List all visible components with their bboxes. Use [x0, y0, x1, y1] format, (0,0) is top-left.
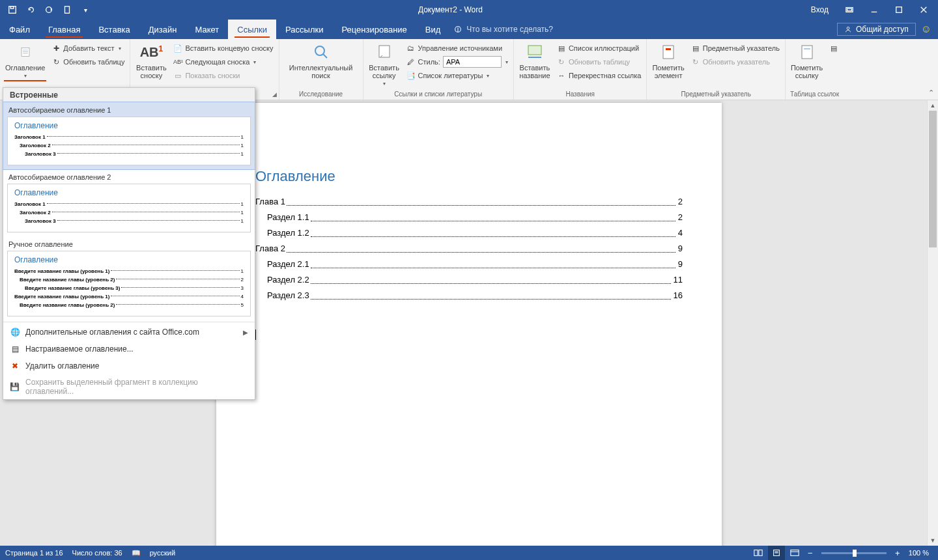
collapse-ribbon-icon[interactable]: ⌃ — [928, 89, 934, 97]
gallery-item-auto2[interactable]: Автособираемое оглавление 2 Оглавление З… — [3, 169, 255, 236]
group-label: Таблица ссылок — [788, 89, 841, 100]
footnote-icon: AB1 — [141, 42, 162, 63]
scroll-thumb[interactable] — [929, 111, 937, 247]
word-count[interactable]: Число слов: 36 — [72, 549, 122, 557]
style-input[interactable] — [443, 56, 502, 68]
zoom-in-button[interactable]: + — [892, 546, 903, 560]
ribbon-tabs: Файл ГлавнаяВставкаДизайнМакетСсылкиРасс… — [0, 20, 938, 39]
preview-row: Заголовок 31 — [14, 150, 244, 158]
web-layout-icon[interactable] — [786, 546, 803, 560]
share-button[interactable]: Общий доступ — [837, 23, 916, 36]
print-layout-icon[interactable] — [768, 546, 785, 560]
scroll-down-icon[interactable]: ▼ — [928, 535, 938, 546]
zoom-out-button[interactable]: − — [804, 546, 816, 560]
svg-point-13 — [847, 27, 849, 29]
smart-lookup-button[interactable]: Интеллектуальный поиск — [282, 40, 360, 81]
gallery-preview: Оглавление Заголовок 11Заголовок 21Загол… — [7, 117, 251, 165]
show-notes-button[interactable]: ▭Показать сноски — [171, 69, 276, 82]
insert-citation-button[interactable]: Вставить ссылку ▾ — [366, 40, 403, 88]
proofing-icon[interactable]: 📖 — [132, 549, 141, 557]
insert-endnote-button[interactable]: 📄Вставить концевую сноску — [171, 42, 276, 55]
cross-reference-button[interactable]: ↔Перекрестная ссылка — [554, 69, 644, 82]
insert-footnote-button[interactable]: AB1 Вставить сноску — [133, 40, 169, 81]
ribbon-display-icon[interactable] — [838, 0, 861, 20]
custom-toc-button[interactable]: ▤ Настраиваемое оглавление... — [3, 341, 255, 357]
sign-in-button[interactable]: Вход — [803, 0, 836, 20]
language-status[interactable]: русский — [150, 549, 175, 557]
add-text-icon: ✚ — [51, 44, 61, 53]
sources-icon: 🗂 — [406, 44, 416, 53]
office-icon: 🌐 — [10, 327, 20, 337]
maximize-icon[interactable] — [887, 0, 911, 20]
insert-caption-button[interactable]: Вставить название — [517, 40, 553, 81]
gallery-item-auto1[interactable]: Автособираемое оглавление 1 Оглавление З… — [3, 102, 255, 170]
crossref-icon: ↔ — [557, 71, 566, 80]
refresh-icon: ↻ — [51, 57, 61, 66]
tab-рассылки[interactable]: Рассылки — [276, 20, 332, 39]
preview-row: Заголовок 31 — [14, 217, 244, 225]
tab-макет[interactable]: Макет — [186, 20, 228, 39]
zoom-slider[interactable] — [821, 552, 887, 554]
insert-tof-button[interactable]: ▤Список иллюстраций — [554, 42, 644, 55]
remove-toc-button[interactable]: ✖ Удалить оглавление — [3, 357, 255, 374]
tab-дизайн[interactable]: Дизайн — [139, 20, 186, 39]
new-doc-icon[interactable] — [59, 2, 76, 18]
bibliography-icon: 📑 — [406, 71, 416, 80]
tell-me-label: Что вы хотите сделать? — [466, 25, 553, 34]
tab-ссылки[interactable]: Ссылки — [228, 20, 276, 39]
page[interactable]: Оглавление Глава 12Раздел 1.12Раздел 1.2… — [216, 103, 722, 546]
tab-вид[interactable]: Вид — [416, 20, 450, 39]
tell-me-search[interactable]: Что вы хотите сделать? — [453, 20, 553, 39]
svg-rect-32 — [791, 550, 799, 556]
mark-citation-button[interactable]: Пометить ссылку — [788, 40, 825, 81]
tab-главная[interactable]: Главная — [39, 20, 89, 39]
update-tof-button[interactable]: ↻Обновить таблицу — [554, 55, 644, 68]
save-icon[interactable] — [4, 2, 21, 18]
insert-index-button[interactable]: ▤Предметный указатель — [689, 42, 782, 55]
refresh-icon: ↻ — [691, 57, 700, 66]
tab-вставка[interactable]: Вставка — [89, 20, 139, 39]
gallery-item-manual[interactable]: Ручное оглавление Оглавление Введите наз… — [3, 236, 255, 320]
svg-line-19 — [323, 54, 327, 58]
bibliography-button[interactable]: 📑Список литературы▾ — [404, 69, 511, 82]
vertical-scrollbar[interactable]: ▲ ▼ — [927, 100, 938, 546]
title-right: Вход — [803, 0, 938, 20]
mark-entry-button[interactable]: Пометить элемент — [649, 40, 687, 81]
toc-page: 2 — [677, 194, 683, 210]
update-index-button[interactable]: ↻Обновить указатель — [689, 55, 782, 68]
minimize-icon[interactable] — [862, 0, 886, 20]
file-tab[interactable]: Файл — [0, 20, 39, 39]
dialog-launcher-icon[interactable]: ◢ — [272, 91, 277, 98]
toc-page: 9 — [677, 257, 683, 272]
close-icon[interactable] — [912, 0, 935, 20]
mark-citation-label: Пометить ссылку — [791, 64, 823, 79]
toc-page: 4 — [677, 225, 683, 241]
page-status[interactable]: Страница 1 из 16 — [5, 549, 63, 557]
redo-icon[interactable] — [40, 2, 57, 18]
manage-sources-button[interactable]: 🗂Управление источниками — [404, 42, 511, 55]
customize-qat-icon[interactable]: ▾ — [77, 2, 94, 18]
feedback-icon[interactable]: ☺ — [921, 23, 931, 35]
zoom-thumb[interactable] — [853, 550, 857, 557]
index-icon: ▤ — [691, 44, 700, 53]
read-mode-icon[interactable] — [750, 546, 767, 560]
more-toc-online-button[interactable]: 🌐 Дополнительные оглавления с сайта Offi… — [3, 324, 255, 341]
tab-рецензирование[interactable]: Рецензирование — [332, 20, 416, 39]
gallery-item-title: Автособираемое оглавление 2 — [7, 172, 251, 184]
update-table-button[interactable]: ↻Обновить таблицу — [49, 55, 127, 68]
ribbon-group-research: Интеллектуальный поиск Исследование — [279, 39, 363, 100]
undo-icon[interactable] — [22, 2, 39, 18]
add-text-button[interactable]: ✚Добавить текст▾ — [49, 42, 127, 55]
svg-rect-20 — [379, 46, 390, 57]
scroll-up-icon[interactable]: ▲ — [928, 100, 938, 111]
citation-style-select[interactable]: 🖉Стиль:▾ — [404, 55, 511, 68]
smart-lookup-label: Интеллектуальный поиск — [289, 64, 352, 79]
toc-text: Глава 1 — [255, 194, 285, 210]
insert-toa-button[interactable]: ▤ — [827, 42, 841, 55]
gallery-item-title: Автособираемое оглавление 1 — [7, 105, 251, 117]
toc-button[interactable]: Оглавление ▾ — [3, 40, 48, 80]
svg-rect-7 — [896, 7, 902, 13]
next-footnote-button[interactable]: AB¹Следующая сноска▾ — [171, 55, 276, 68]
toc-text: Глава 2 — [255, 241, 285, 257]
zoom-percent[interactable]: 100 % — [905, 549, 933, 557]
